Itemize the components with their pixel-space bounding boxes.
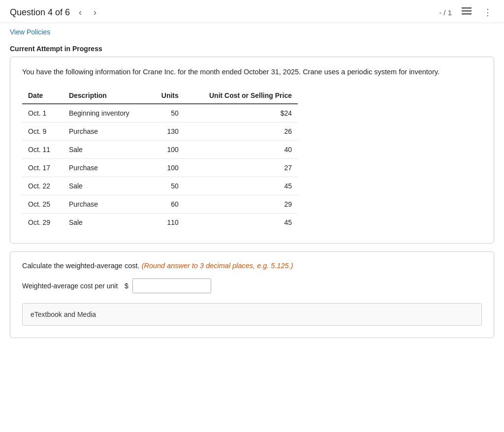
cell-r3-c3: 27 <box>185 158 298 177</box>
table-row: Oct. 9Purchase13026 <box>22 122 298 140</box>
col-date: Date <box>22 88 63 104</box>
cost-input-row: Weighted-average cost per unit $ <box>22 278 482 293</box>
dots-vertical-icon: ⋮ <box>483 7 492 18</box>
view-policies-link[interactable]: View Policies <box>0 23 504 39</box>
cell-r0-c1: Beginning inventory <box>63 104 150 123</box>
cell-r1-c2: 130 <box>150 122 185 140</box>
table-row: Oct. 22Sale5045 <box>22 177 298 195</box>
etextbook-label: eTextbook and Media <box>31 310 96 318</box>
cell-r1-c0: Oct. 9 <box>22 122 63 140</box>
cell-r0-c3: $24 <box>185 104 298 123</box>
weighted-average-cost-input[interactable] <box>132 278 211 293</box>
header-left: Question 4 of 6 ‹ › <box>10 6 99 19</box>
prev-question-button[interactable]: ‹ <box>76 6 85 19</box>
cell-r2-c0: Oct. 11 <box>22 140 63 158</box>
cell-r4-c1: Sale <box>63 177 150 195</box>
chevron-left-icon: ‹ <box>79 7 82 17</box>
col-units: Units <box>150 88 185 104</box>
next-question-button[interactable]: › <box>91 6 99 19</box>
table-row: Oct. 25Purchase6029 <box>22 195 298 213</box>
answer-card: Calculate the weighted-average cost. (Ro… <box>10 251 494 338</box>
svg-rect-1 <box>462 10 472 12</box>
header-right: - / 1 ⋮ <box>439 6 494 19</box>
table-row: Oct. 17Purchase10027 <box>22 158 298 177</box>
table-row: Oct. 11Sale10040 <box>22 140 298 158</box>
question-card: You have the following information for C… <box>10 57 494 244</box>
list-icon <box>462 7 472 18</box>
cell-r6-c1: Sale <box>63 213 150 231</box>
question-text: You have the following information for C… <box>22 67 482 78</box>
cell-r3-c2: 100 <box>150 158 185 177</box>
chevron-right-icon: › <box>94 7 96 17</box>
calculate-text-static: Calculate the weighted-average cost. <box>22 262 140 270</box>
list-view-button[interactable] <box>460 6 473 19</box>
main-content: You have the following information for C… <box>0 57 504 338</box>
table-row: Oct. 29Sale11045 <box>22 213 298 231</box>
current-attempt-label: Current Attempt in Progress <box>0 39 504 57</box>
inventory-table: Date Description Units Unit Cost or Sell… <box>22 88 298 231</box>
calculate-instruction: Calculate the weighted-average cost. (Ro… <box>22 262 482 270</box>
cell-r1-c1: Purchase <box>63 122 150 140</box>
round-hint: (Round answer to 3 decimal places, e.g. … <box>142 262 293 270</box>
more-options-button[interactable]: ⋮ <box>481 6 494 19</box>
cell-r2-c2: 100 <box>150 140 185 158</box>
cell-r3-c0: Oct. 17 <box>22 158 63 177</box>
cost-input-label: Weighted-average cost per unit <box>22 282 121 290</box>
cell-r4-c3: 45 <box>185 177 298 195</box>
score-label: - / 1 <box>439 8 452 17</box>
table-row: Oct. 1Beginning inventory50$24 <box>22 104 298 123</box>
cell-r1-c3: 26 <box>185 122 298 140</box>
col-price: Unit Cost or Selling Price <box>185 88 298 104</box>
cell-r5-c1: Purchase <box>63 195 150 213</box>
cell-r3-c1: Purchase <box>63 158 150 177</box>
cell-r6-c2: 110 <box>150 213 185 231</box>
cell-r2-c1: Sale <box>63 140 150 158</box>
svg-rect-0 <box>462 7 472 9</box>
cell-r4-c2: 50 <box>150 177 185 195</box>
cell-r5-c3: 29 <box>185 195 298 213</box>
cell-r5-c2: 60 <box>150 195 185 213</box>
etextbook-bar[interactable]: eTextbook and Media <box>22 303 482 326</box>
cell-r2-c3: 40 <box>185 140 298 158</box>
dollar-sign: $ <box>125 282 128 290</box>
page-header: Question 4 of 6 ‹ › - / 1 ⋮ <box>0 0 504 23</box>
cell-r5-c0: Oct. 25 <box>22 195 63 213</box>
table-header-row: Date Description Units Unit Cost or Sell… <box>22 88 298 104</box>
col-description: Description <box>63 88 150 104</box>
cell-r4-c0: Oct. 22 <box>22 177 63 195</box>
cell-r6-c3: 45 <box>185 213 298 231</box>
cell-r0-c0: Oct. 1 <box>22 104 63 123</box>
question-label: Question 4 of 6 <box>10 7 70 18</box>
svg-rect-2 <box>462 13 472 15</box>
cell-r0-c2: 50 <box>150 104 185 123</box>
cell-r6-c0: Oct. 29 <box>22 213 63 231</box>
